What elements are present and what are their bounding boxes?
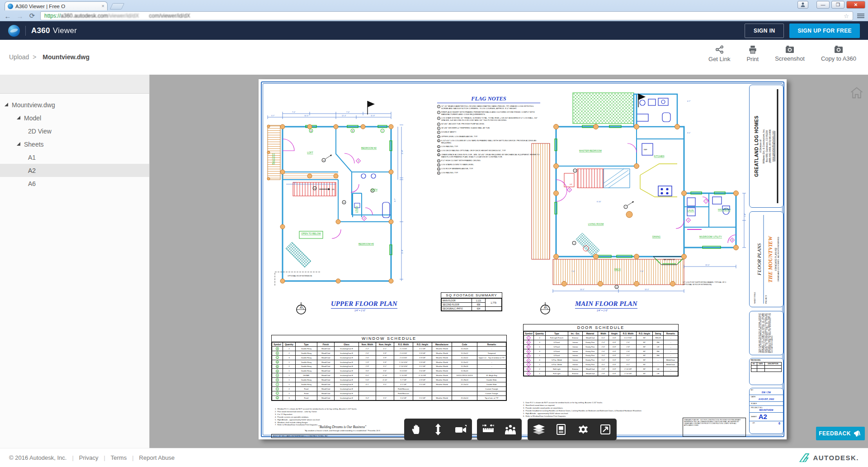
- room-label-dining: DINING: [652, 235, 660, 238]
- tree-item-a6[interactable]: A6: [0, 177, 149, 190]
- svg-text:7: 7: [625, 206, 626, 208]
- dim-label: 8'-7": [394, 198, 396, 202]
- svg-text:A: A: [311, 130, 312, 132]
- url-extra: com/viewer/id/dX: [149, 13, 190, 19]
- dim-label: 12'-4": [342, 115, 346, 117]
- home-view-icon[interactable]: [850, 86, 863, 99]
- print-button[interactable]: Print: [746, 45, 759, 62]
- screenshot-label: Screenshot: [775, 55, 805, 62]
- dim-label: 14'-0": [645, 289, 649, 291]
- svg-text:2: 2: [574, 243, 575, 244]
- dim-label: 11'-4": [401, 249, 403, 254]
- quote-line1: "Building Dreams is Our Business": [286, 425, 399, 429]
- tree-item-label: A6: [28, 180, 36, 187]
- privacy-link[interactable]: Privacy: [79, 454, 99, 461]
- copy-to-a360-label: Copy to A360: [821, 55, 856, 62]
- minimize-button[interactable]: —: [816, 1, 830, 9]
- by-label: BY:: [751, 389, 754, 391]
- back-button[interactable]: ←: [4, 12, 12, 20]
- collapse-arrow-icon[interactable]: [5, 103, 8, 106]
- room-label-deck: DECK: [614, 268, 621, 271]
- zoom-button[interactable]: [427, 419, 449, 439]
- tree-item-a1[interactable]: A1: [0, 151, 149, 164]
- stair-dn-label: DN: [332, 189, 335, 191]
- title-block-info: BY:EW / ZW DATE:AUGUST, 2002 SCALE: PROJ…: [749, 388, 783, 434]
- pan-button[interactable]: [405, 419, 426, 439]
- screenshot-button[interactable]: Screenshot: [775, 45, 805, 62]
- flag-notes-title: FLAG NOTES: [437, 95, 540, 103]
- breadcrumb-upload[interactable]: Upload: [9, 53, 29, 61]
- tree-item-2d-view[interactable]: 2D View: [0, 124, 149, 138]
- address-bar[interactable]: https://a360.autodesk.com/viewer/id/dXco…: [40, 11, 853, 20]
- browser-menu-icon[interactable]: [857, 14, 864, 18]
- forward-button[interactable]: →: [16, 12, 24, 20]
- upper-floor-plan-drawing: DN: [266, 95, 429, 290]
- collapse-arrow-icon[interactable]: [17, 116, 20, 119]
- tree-item-label: Model: [24, 114, 41, 122]
- window-schedule-rows: A2Double HungWood/CladInsulating/Low E2'…: [272, 347, 506, 400]
- close-button[interactable]: ✕: [846, 1, 865, 9]
- dim-label: 6'-10": [597, 201, 601, 203]
- log-post-note: 12" LOG POST SUPPORTING BEAMS. TYPICAL O…: [683, 281, 731, 286]
- svg-text:4: 4: [358, 160, 359, 162]
- autodesk-wordmark: AUTODESK.: [813, 454, 859, 462]
- room-label-linen: LINEN: [355, 206, 358, 213]
- sheet-title-value: FLOOR PLANS: [756, 215, 762, 304]
- window-schedule: WINDOW SCHEDULE SymbolQuantityTypeFinish…: [271, 335, 507, 401]
- layers-button[interactable]: [528, 419, 550, 439]
- breadcrumb-separator: >: [33, 53, 36, 61]
- svg-text:13: 13: [314, 188, 316, 190]
- dim-label: 14'-0": [580, 289, 585, 291]
- of-label: OF:: [752, 422, 755, 425]
- viewer-canvas[interactable]: DN: [150, 75, 868, 448]
- company-website: www.greatlandloghomes.com: [772, 89, 775, 203]
- gear-icon: [578, 424, 589, 435]
- tree-item-model[interactable]: Model: [0, 111, 149, 124]
- profile-button[interactable]: [797, 1, 808, 9]
- tab-close-icon[interactable]: ×: [102, 4, 104, 9]
- autodesk-logo: AUTODESK.: [799, 453, 859, 462]
- tree-item-sheets[interactable]: Sheets: [0, 138, 149, 151]
- get-link-button[interactable]: Get Link: [708, 45, 730, 62]
- viewer-toolbar-settings: [528, 419, 617, 440]
- company-owner: Williams Ent. & Constructors, Inc.: [762, 129, 765, 164]
- flag-notes-list: 112"-16" MEAN DIAMETER FULL ROUND HANDCR…: [437, 105, 540, 175]
- browser-tab[interactable]: A360 Viewer | Free O ×: [5, 1, 108, 10]
- camera-icon: [785, 45, 794, 53]
- maximize-button[interactable]: ❐: [831, 1, 844, 9]
- properties-button[interactable]: [550, 419, 572, 439]
- measure-button[interactable]: [477, 419, 499, 439]
- room-label-open-to-below: OPEN TO BELOW: [299, 231, 323, 238]
- url-host: a360.autodesk.com: [61, 13, 108, 19]
- tree-item-a2-selected[interactable]: A2: [0, 164, 149, 177]
- new-tab-button[interactable]: [110, 3, 125, 10]
- feedback-button[interactable]: FEEDBACK: [816, 427, 865, 440]
- feedback-label: FEEDBACK: [819, 430, 851, 437]
- dim-label: 14'-0": [304, 115, 309, 117]
- camera-button[interactable]: [450, 419, 472, 439]
- sign-in-button[interactable]: SIGN IN: [745, 24, 784, 38]
- settings-button[interactable]: [572, 419, 594, 439]
- title-block-copyright: THESE PLANS ARE PROTECTED BY FEDERAL COP…: [749, 311, 783, 355]
- bookmark-star-icon[interactable]: ☆: [844, 13, 849, 19]
- fullscreen-button[interactable]: [594, 419, 616, 439]
- window-notes: 1Window R.O.'s shown do NOT account for …: [275, 408, 410, 426]
- refresh-button[interactable]: ⟳: [28, 12, 36, 20]
- copy-to-a360-button[interactable]: Copy to A360: [821, 45, 856, 62]
- svg-text:3: 3: [575, 170, 576, 172]
- upper-plan-scale: 1/4" = 1'-0": [354, 309, 365, 312]
- tree-item-mountview[interactable]: Mountview.dwg: [0, 98, 149, 111]
- browser-chrome: A360 Viewer | Free O × — ❐ ✕ ← → ⟳ https…: [0, 0, 868, 21]
- app-title-viewer: Viewer: [53, 26, 77, 35]
- room-label-bedroom2: BEDROOM #2: [361, 147, 377, 149]
- model-views-button[interactable]: [500, 419, 521, 439]
- bay-window-label: BAY WINDOW: [664, 259, 675, 261]
- terms-link[interactable]: Terms: [111, 454, 127, 461]
- collapse-arrow-icon[interactable]: [17, 142, 20, 146]
- sign-up-button[interactable]: SIGN UP FOR FREE: [789, 24, 860, 38]
- model-tree-sidebar: Mountview.dwg Model 2D View Sheets A1 A2…: [0, 75, 150, 448]
- footer-divider: |: [132, 454, 133, 461]
- room-label-half-bath: HALF BATH: [718, 208, 731, 211]
- svg-text:A: A: [544, 306, 546, 309]
- report-abuse-link[interactable]: Report Abuse: [139, 454, 175, 461]
